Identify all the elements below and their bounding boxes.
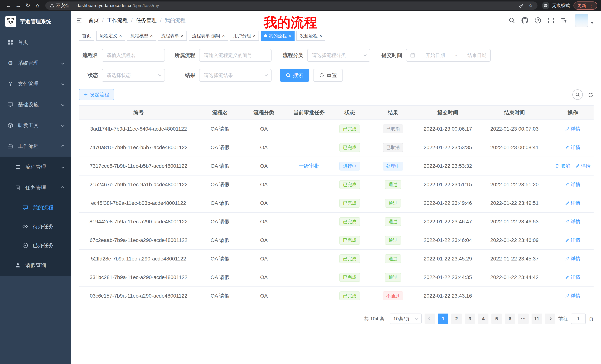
page-button-2[interactable]: 2 (451, 314, 462, 324)
cell-name: OA 请假 (198, 231, 242, 249)
page-button-3[interactable]: 3 (465, 314, 475, 324)
cell-end-time: 2022-01-23 00:07:03 (477, 120, 552, 138)
reset-button[interactable]: 重置 (313, 69, 343, 82)
update-label: 更新 (577, 3, 586, 9)
cell-category: OA (242, 138, 286, 157)
close-icon[interactable] (253, 33, 256, 38)
edit-icon (575, 164, 580, 168)
close-icon[interactable] (119, 33, 122, 38)
detail-link[interactable]: 详情 (565, 293, 580, 299)
current-task-link[interactable]: 一级审批 (299, 163, 320, 169)
sidebar-toggle-button[interactable] (76, 17, 82, 24)
search-button[interactable]: 搜索 (280, 69, 310, 82)
page-button-11[interactable]: 11 (531, 314, 542, 324)
url-domain: dashboard.yudao.iocoder.cn (77, 3, 133, 8)
sidebar-item-system-management[interactable]: ⚙ 系统管理 (0, 53, 71, 74)
detail-link[interactable]: 详情 (575, 163, 591, 169)
sidebar-item-my-process[interactable]: 我的流程 (0, 198, 71, 217)
toggle-search-button[interactable] (572, 89, 583, 100)
chrome-update-button[interactable]: 更新 ⋮ (573, 1, 597, 10)
close-icon[interactable] (320, 33, 322, 38)
tab-user-group[interactable]: 用户分组 (230, 31, 259, 41)
cell-current-task (286, 175, 332, 194)
submit-time-range-picker[interactable]: 开始日期 - 结束日期 (406, 49, 491, 62)
bookmark-star-icon[interactable]: ☆ (528, 3, 533, 8)
sidebar-item-leave-query[interactable]: 请假查询 (0, 255, 71, 276)
close-icon[interactable] (181, 33, 183, 38)
cancel-link[interactable]: 取消 (555, 163, 570, 169)
table-row: 7470a810-7b9b-11ec-b5b7-acde48001122 OA … (79, 138, 594, 157)
sidebar-item-todo-tasks[interactable]: 待办任务 (0, 217, 71, 236)
status-select[interactable]: 请选择状态 (102, 69, 165, 82)
browser-forward-button[interactable]: → (13, 0, 23, 11)
sidebar-item-done-tasks[interactable]: 已办任务 (0, 236, 71, 255)
detail-link[interactable]: 详情 (565, 144, 580, 151)
prev-page-button[interactable] (425, 314, 435, 324)
browser-back-button[interactable]: ← (4, 0, 13, 11)
detail-link[interactable]: 详情 (565, 181, 580, 188)
breadcrumb-home[interactable]: 首页 (88, 17, 107, 24)
sidebar-item-dev-tools[interactable]: 研发工具 (0, 115, 71, 136)
result-tag: 通过 (385, 199, 401, 208)
goto-page-input[interactable] (571, 314, 586, 324)
tab-process-model[interactable]: 流程模型 (127, 31, 156, 41)
browser-home-button[interactable]: ⌂ (33, 0, 42, 11)
sidebar-item-workflow[interactable]: 工作流程 (0, 136, 71, 157)
col-end-time: 结束时间 (477, 105, 552, 120)
font-size-icon[interactable] (561, 17, 567, 24)
col-result: 结果 (367, 105, 419, 120)
fullscreen-icon[interactable] (548, 17, 554, 24)
filter-label-result: 结果 (173, 72, 195, 79)
tab-process-form[interactable]: 流程表单 (158, 31, 187, 41)
detail-link[interactable]: 详情 (565, 274, 580, 280)
detail-link[interactable]: 详情 (565, 126, 580, 132)
sidebar-item-task-management[interactable]: 任务管理 (0, 177, 71, 198)
close-icon[interactable] (289, 33, 291, 38)
edit-icon (565, 219, 570, 224)
tab-home[interactable]: 首页 (79, 31, 94, 41)
owner-process-input[interactable] (199, 49, 271, 62)
help-icon[interactable] (534, 17, 541, 24)
user-menu[interactable] (575, 14, 594, 27)
page-button-6[interactable]: 6 (505, 314, 515, 324)
page-button-5[interactable]: 5 (491, 314, 502, 324)
cell-current-task (286, 268, 332, 287)
cell-id: 52ffd28e-7b9a-11ec-a290-acde48001122 (79, 249, 198, 268)
sidebar-item-home[interactable]: 首页 (0, 32, 71, 53)
page-button-4[interactable]: 4 (478, 314, 489, 324)
browser-reload-button[interactable]: ↻ (23, 0, 33, 11)
address-bar[interactable]: 不安全 dashboard.yudao.iocoder.cn /bpm/task… (45, 1, 538, 10)
next-page-button[interactable] (545, 314, 555, 324)
menu-label: 工作流程 (18, 143, 39, 150)
close-icon[interactable] (150, 33, 153, 38)
search-icon[interactable] (509, 17, 515, 24)
sidebar-item-payment-management[interactable]: ¥ 支付管理 (0, 74, 71, 94)
detail-link[interactable]: 详情 (565, 218, 580, 225)
process-name-input[interactable] (102, 49, 165, 62)
detail-link[interactable]: 详情 (565, 237, 580, 243)
sidebar-item-infrastructure[interactable]: 基础设施 (0, 94, 71, 115)
detail-link[interactable]: 详情 (565, 200, 580, 206)
github-icon[interactable] (521, 17, 528, 24)
password-key-icon[interactable] (519, 3, 524, 8)
browser-menu-icon[interactable]: ⋮ (589, 3, 594, 9)
tab-process-definition[interactable]: 流程定义 (96, 31, 125, 41)
col-name: 流程名 (198, 105, 242, 120)
result-select[interactable]: 请选择流结果 (199, 69, 271, 82)
table-row: 7317cec6-7b9b-11ec-b5b7-acde48001122 OA … (79, 157, 594, 175)
sidebar-item-process-management[interactable]: 流程管理 (0, 157, 71, 177)
start-process-button[interactable]: 发起流程 (79, 89, 114, 100)
close-icon[interactable] (222, 33, 225, 38)
page-button-1[interactable]: 1 (438, 314, 448, 324)
tab-my-process[interactable]: 我的流程 (261, 31, 295, 41)
detail-link[interactable]: 详情 (565, 256, 580, 262)
category-select[interactable]: 请选择流程分类 (307, 49, 370, 62)
more-pages-button[interactable]: ··· (518, 314, 529, 324)
monitor-icon (7, 102, 13, 108)
cell-current-task (286, 287, 332, 305)
tab-process-form-edit[interactable]: 流程表单-编辑 (189, 31, 228, 41)
page-size-select[interactable]: 10条/页 (390, 314, 421, 324)
tab-start-process[interactable]: 发起流程 (296, 31, 325, 41)
refresh-table-button[interactable] (588, 91, 594, 98)
app-logo[interactable]: 芋道管理系统 (0, 11, 71, 32)
